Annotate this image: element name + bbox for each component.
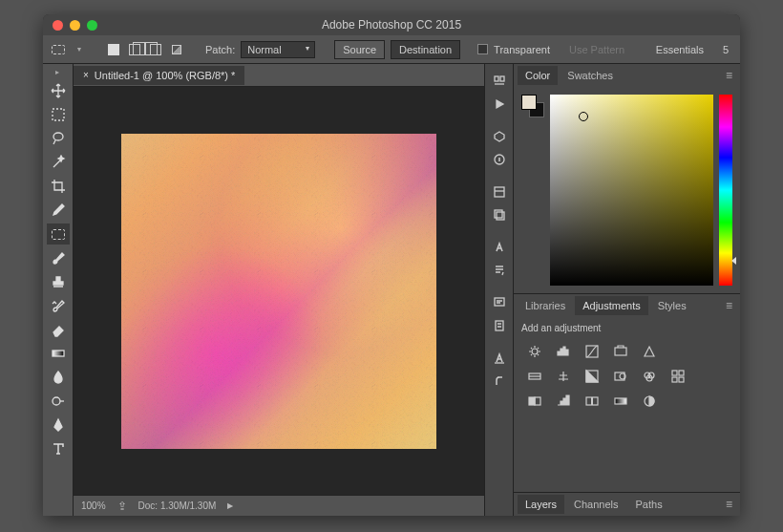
close-tab-icon[interactable]: × [83, 70, 89, 80]
history-panel-icon[interactable] [491, 74, 508, 89]
dodge-tool[interactable] [47, 391, 70, 412]
add-selection-icon[interactable] [127, 42, 142, 57]
minimize-window-button[interactable] [70, 20, 80, 31]
paragraph-panel-icon[interactable] [491, 263, 508, 278]
photo-filter-icon[interactable] [611, 368, 630, 385]
tab-swatches[interactable]: Swatches [560, 66, 621, 85]
workspace-label[interactable]: Essentials [656, 44, 704, 55]
destination-button[interactable]: Destination [391, 40, 460, 59]
value-field[interactable]: 5 [709, 44, 732, 55]
layers-panel-tabs: Layers Channels Paths ≡ [514, 493, 740, 516]
channel-mixer-icon[interactable] [640, 368, 659, 385]
zoom-level[interactable]: 100% [81, 500, 106, 511]
paragraph-styles-panel-icon[interactable] [491, 373, 508, 389]
document-area: × Untitled-1 @ 100% (RGB/8*) * 100% ⇪ Do… [74, 64, 484, 516]
transparent-label: Transparent [494, 44, 550, 55]
3d-panel-icon[interactable] [491, 129, 508, 144]
tab-color[interactable]: Color [518, 66, 558, 85]
tab-styles[interactable]: Styles [650, 296, 694, 315]
eraser-tool[interactable] [47, 319, 70, 340]
document-tab[interactable]: × Untitled-1 @ 100% (RGB/8*) * [74, 66, 244, 85]
move-tool[interactable] [47, 80, 70, 101]
actions-panel-icon[interactable] [491, 96, 508, 112]
tab-layers[interactable]: Layers [518, 495, 564, 514]
tab-paths[interactable]: Paths [628, 495, 670, 514]
notes-panel-icon[interactable] [491, 295, 508, 310]
lasso-tool[interactable] [47, 128, 70, 149]
tab-libraries[interactable]: Libraries [518, 296, 573, 315]
color-panel-tabs: Color Swatches ≡ [514, 64, 740, 87]
layer-comps-panel-icon[interactable] [491, 207, 508, 223]
blur-tool[interactable] [47, 367, 70, 388]
svg-rect-26 [535, 397, 540, 405]
gradient-tool[interactable] [47, 343, 70, 364]
collapse-icon[interactable]: ▸ [55, 68, 65, 77]
fg-bg-swatch[interactable] [521, 95, 544, 117]
crop-tool[interactable] [47, 176, 70, 197]
magic-wand-tool[interactable] [47, 152, 70, 173]
brush-preset-panel-icon[interactable] [491, 318, 508, 333]
share-icon[interactable]: ⇪ [117, 500, 127, 513]
color-field[interactable] [550, 95, 713, 286]
app-title: Adobe Photoshop CC 2015 [322, 18, 461, 32]
canvas-area[interactable] [74, 87, 484, 495]
canvas[interactable] [121, 134, 436, 449]
panel-menu-icon[interactable]: ≡ [722, 498, 736, 511]
curves-icon[interactable] [582, 343, 602, 360]
properties-panel-icon[interactable] [491, 184, 508, 200]
subtract-selection-icon[interactable] [148, 42, 163, 57]
glyphs-panel-icon[interactable] [491, 351, 508, 366]
status-menu-icon[interactable]: ▶ [227, 501, 233, 510]
bw-icon[interactable] [582, 368, 602, 385]
hue-sat-icon[interactable] [525, 368, 544, 385]
dropdown-icon[interactable]: ▼ [72, 42, 87, 57]
brightness-icon[interactable] [525, 343, 544, 360]
maximize-window-button[interactable] [87, 20, 97, 31]
panel-menu-icon[interactable]: ≡ [722, 69, 736, 82]
marquee-tool[interactable] [47, 104, 70, 125]
source-button[interactable]: Source [334, 40, 385, 59]
pen-tool[interactable] [47, 415, 70, 436]
svg-rect-1 [53, 351, 64, 356]
posterize-icon[interactable] [554, 393, 573, 410]
color-balance-icon[interactable] [554, 368, 573, 385]
transparent-checkbox[interactable] [477, 44, 488, 54]
hue-slider[interactable] [719, 95, 732, 286]
invert-icon[interactable] [525, 393, 544, 410]
stamp-tool[interactable] [47, 271, 70, 292]
patch-label: Patch: [205, 44, 235, 55]
patch-tool-icon[interactable] [51, 42, 66, 57]
color-lookup-icon[interactable] [668, 368, 688, 385]
adjustments-panel-tabs: Libraries Adjustments Styles ≡ [514, 294, 740, 317]
add-adjustment-label: Add an adjustment [514, 317, 740, 339]
patch-mode-select[interactable]: Normal [241, 41, 315, 58]
levels-icon[interactable] [554, 343, 573, 360]
intersect-selection-icon[interactable] [169, 42, 184, 57]
exposure-icon[interactable] [611, 343, 630, 360]
close-window-button[interactable] [53, 20, 63, 31]
foreground-color[interactable] [521, 95, 537, 110]
tab-title: Untitled-1 @ 100% (RGB/8*) * [95, 70, 236, 81]
brush-tool[interactable] [47, 247, 70, 268]
svg-rect-8 [497, 212, 504, 220]
hue-slider-handle[interactable] [731, 257, 736, 265]
selective-color-icon[interactable] [640, 393, 659, 410]
titlebar: Adobe Photoshop CC 2015 [43, 14, 740, 35]
vibrance-icon[interactable] [640, 343, 659, 360]
character-panel-icon[interactable] [491, 240, 508, 255]
gradient-map-icon[interactable] [611, 393, 630, 410]
collapsed-panels [484, 64, 513, 516]
color-cursor[interactable] [579, 112, 588, 121]
new-selection-icon[interactable] [106, 42, 121, 57]
tab-adjustments[interactable]: Adjustments [575, 296, 648, 315]
svg-rect-7 [495, 210, 502, 218]
panel-menu-icon[interactable]: ≡ [722, 299, 736, 312]
threshold-icon[interactable] [582, 393, 602, 410]
tab-channels[interactable]: Channels [566, 495, 625, 514]
info-panel-icon[interactable] [491, 152, 508, 167]
type-tool[interactable] [47, 438, 70, 459]
svg-point-2 [53, 397, 60, 405]
eyedropper-tool[interactable] [47, 200, 70, 221]
patch-tool[interactable] [47, 223, 70, 245]
history-brush-tool[interactable] [47, 295, 70, 316]
